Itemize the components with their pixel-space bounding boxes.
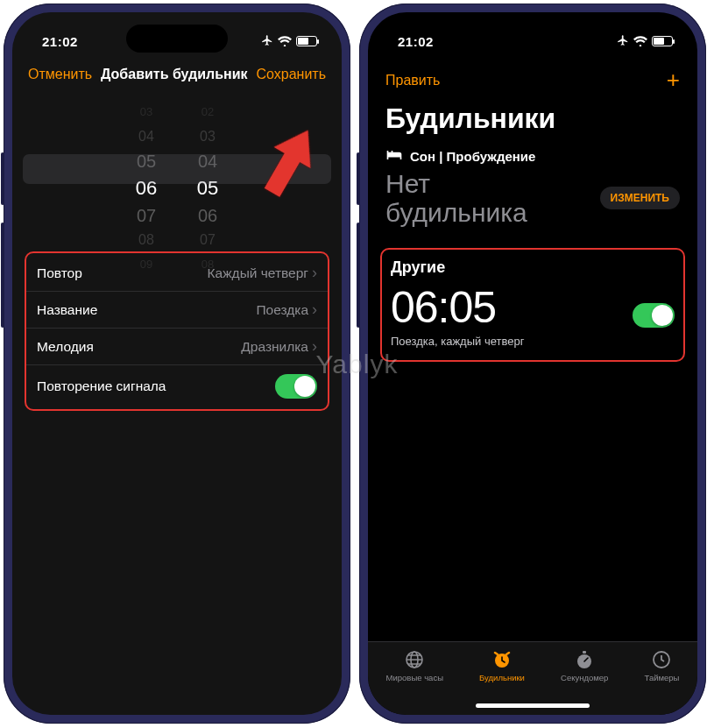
snooze-toggle[interactable] [275,374,317,399]
save-button[interactable]: Сохранить [256,67,326,82]
sound-value: Дразнилка [241,339,308,355]
repeat-label: Повтор [37,265,82,281]
stopwatch-icon [574,649,595,670]
add-alarm-button[interactable]: + [667,67,680,94]
timer-icon [651,649,672,670]
chevron-right-icon: › [312,264,317,282]
name-value: Поездка [256,302,308,318]
section-other-highlight: Другие 06:05 Поездка, каждый четверг [380,248,685,362]
edit-button[interactable]: Править [385,73,440,88]
status-time: 21:02 [42,34,78,49]
wifi-icon [633,34,647,49]
no-alarm-text: Нетбудильника [385,169,527,227]
tab-stopwatch[interactable]: Секундомер [561,649,608,682]
tab-alarm[interactable]: Будильники [479,649,525,682]
other-header: Другие [391,258,675,277]
screen-alarm-list: 21:02 61 Править + Будильники [368,12,697,715]
page-title: Будильники [368,97,697,149]
chevron-right-icon: › [312,300,317,319]
alarm-clock-icon [491,649,513,670]
chevron-right-icon: › [312,337,317,356]
battery-icon: 61 [296,36,317,46]
home-indicator[interactable] [476,703,590,708]
modal-navbar: Отменить Добавить будильник Сохранить [12,56,342,91]
sleep-header: Сон | Пробуждение [410,149,535,164]
sound-label: Мелодия [37,339,94,355]
dynamic-island [126,25,228,53]
cancel-button[interactable]: Отменить [28,67,92,82]
nav-topline: Править + [368,56,697,97]
row-snooze: Повторение сигнала [26,365,328,407]
phone-right: 21:02 61 Править + Будильники [359,4,706,724]
tab-world-clock[interactable]: Мировые часы [386,649,443,682]
section-sleep: Сон | Пробуждение Нетбудильника ИЗМЕНИТЬ [368,149,697,236]
bed-icon [385,149,403,164]
alarm-toggle[interactable] [633,303,675,328]
battery-icon: 61 [652,36,673,46]
airplane-mode-icon [617,34,629,49]
modal-title: Добавить будильник [101,67,248,82]
change-button[interactable]: ИЗМЕНИТЬ [600,187,680,209]
row-sound[interactable]: Мелодия Дразнилка› [26,329,328,365]
screen-add-alarm: 21:02 61 Отменить Добавить будильник Сох… [12,12,342,715]
row-label[interactable]: Название Поездка› [26,292,328,329]
svg-rect-4 [583,651,586,654]
wifi-icon [278,34,292,49]
alarm-subtitle: Поездка, каждый четверг [391,335,524,348]
alarm-list-item[interactable]: 06:05 Поездка, каждый четверг [391,282,675,348]
airplane-mode-icon [261,34,273,49]
globe-icon [404,649,425,670]
dynamic-island [482,25,583,53]
alarm-time: 06:05 [391,282,524,333]
tab-timer[interactable]: Таймеры [645,649,680,682]
name-label: Название [37,302,97,318]
snooze-label: Повторение сигнала [37,378,166,394]
status-time: 21:02 [398,34,434,49]
phone-left: 21:02 61 Отменить Добавить будильник Сох… [4,4,350,724]
